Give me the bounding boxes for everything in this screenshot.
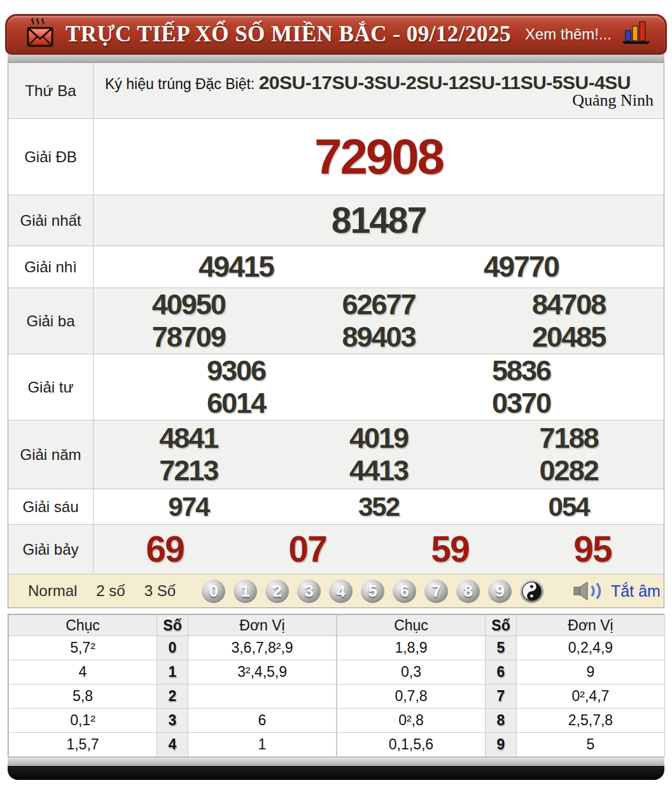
prize-number: 9306 [207, 355, 265, 387]
stats-cell: 1,8,9 [337, 636, 486, 660]
stats-digit: 7 [486, 684, 517, 709]
prize-label: Giải ba [8, 288, 94, 354]
prize-label: Giải bảy [8, 525, 94, 574]
prize-row-nhi: Giải nhì 49415 49770 [8, 246, 664, 288]
stats-cell: 0,2,4,9 [517, 636, 665, 660]
stats-cell: 9 [517, 660, 665, 684]
control-bar: Normal 2 số 3 Số 0123456789 [8, 574, 664, 608]
stats-row: 5,82 [9, 684, 337, 709]
stats-cell: 1 [188, 733, 337, 757]
prize-number: 0282 [540, 455, 598, 487]
prize-number: 7188 [540, 422, 598, 454]
stats-digit: 0 [157, 636, 188, 660]
prize-label: Giải năm [8, 420, 94, 489]
prize-number: 20485 [532, 321, 605, 353]
stats-digit: 6 [486, 660, 517, 684]
stats-header-chuc: Chục [337, 615, 486, 636]
bar-chart-icon[interactable] [622, 20, 651, 48]
stats-header-donvi: Đơn Vị [517, 615, 665, 636]
stats-section: ChụcSốĐơn Vị5,7²03,6,7,8²,9413²,4,5,95,8… [8, 614, 664, 758]
prize-number: 40950 [152, 289, 225, 321]
stats-row: 0,7,870²,4,7 [337, 684, 665, 709]
stats-row: 1,8,950,2,4,9 [337, 636, 665, 660]
ball-3[interactable]: 3 [297, 580, 321, 603]
stats-cell: 3,6,7,8²,9 [188, 636, 337, 660]
weekday-label: Thứ Ba [8, 63, 94, 118]
prize-number: 95 [573, 529, 611, 570]
prize-number: 49770 [484, 251, 559, 284]
prize-number: 72908 [314, 129, 443, 184]
stats-digit: 3 [157, 709, 188, 733]
stats-digit: 1 [157, 660, 188, 684]
info-row: Thứ Ba Ký hiệu trúng Đặc Biệt: 20SU-17SU… [8, 63, 664, 119]
prize-row-sau: Giải sáu 974 352 054 [8, 489, 664, 525]
prize-row-tu: Giải tư 9306 5836 6014 0370 [8, 354, 664, 420]
lottery-results-page: TRỰC TIẾP XỔ SỐ MIỀN BẮC - 09/12/2025 Xe… [0, 0, 672, 785]
ball-9[interactable]: 9 [488, 580, 512, 603]
prize-number: 0370 [492, 387, 550, 419]
stats-digit: 5 [486, 636, 517, 660]
prize-number: 5836 [492, 355, 550, 387]
ball-1[interactable]: 1 [234, 580, 257, 603]
ball-2[interactable]: 2 [265, 580, 289, 603]
prize-number: 49415 [199, 251, 274, 284]
ball-0[interactable]: 0 [202, 580, 225, 603]
prize-number: 4019 [349, 422, 408, 454]
see-more-link[interactable]: Xem thêm!... [525, 25, 612, 43]
prize-row-nhat: Giải nhất 81487 [8, 195, 664, 246]
ball-5[interactable]: 5 [361, 580, 384, 603]
prize-row-db: Giải ĐB 72908 [8, 119, 664, 195]
prize-number: 69 [146, 529, 183, 570]
ball-7[interactable]: 7 [424, 580, 448, 603]
prize-label: Giải nhì [8, 246, 94, 288]
stats-cell: 2,5,7,8 [517, 709, 665, 733]
page-title: TRỰC TIẾP XỔ SỐ MIỀN BẮC - 09/12/2025 [66, 22, 511, 47]
stats-row: 0,1,5,695 [337, 733, 665, 757]
stats-cell: 0,1² [9, 709, 157, 733]
stats-cell: 1,5,7 [9, 733, 157, 757]
stats-row: 0,369 [337, 660, 665, 684]
prize-label: Giải ĐB [8, 119, 94, 195]
results-board: Thứ Ba Ký hiệu trúng Đặc Biệt: 20SU-17SU… [8, 62, 664, 608]
stats-digit: 8 [486, 709, 517, 733]
yin-yang-ball[interactable] [520, 580, 543, 603]
mute-button[interactable]: Tắt âm [611, 582, 661, 601]
envelope-icon [24, 18, 57, 51]
stats-cell: 5 [517, 733, 665, 757]
ball-row: 0123456789 [202, 580, 512, 603]
prize-label: Giải sáu [8, 489, 94, 524]
prize-number: 84708 [532, 289, 605, 321]
stats-row: 413²,4,5,9 [9, 660, 337, 684]
prize-label: Giải tư [8, 354, 94, 420]
stats-digit: 9 [486, 733, 517, 757]
province-label: Quảng Ninh [572, 88, 654, 113]
stats-table-right: ChụcSốĐơn Vị1,8,950,2,4,90,3690,7,870²,4… [337, 615, 665, 757]
prize-row-bay: Giải bảy 69 07 59 95 [8, 525, 664, 574]
mode-2-so[interactable]: 2 số [87, 582, 134, 600]
stats-header-so: Số [157, 615, 188, 636]
stats-cell: 0,7,8 [337, 684, 486, 709]
stats-cell: 3²,4,5,9 [188, 660, 337, 684]
ball-6[interactable]: 6 [393, 580, 416, 603]
stats-cell [188, 684, 337, 709]
mode-normal[interactable]: Normal [18, 582, 87, 600]
stats-cell: 5,8 [9, 684, 157, 709]
prize-number: 7213 [159, 455, 218, 487]
stats-header-so: Số [486, 615, 517, 636]
prize-number: 6014 [207, 387, 265, 419]
ball-4[interactable]: 4 [329, 580, 353, 603]
ball-8[interactable]: 8 [456, 580, 480, 603]
stats-cell: 4 [9, 660, 157, 684]
mode-3-so[interactable]: 3 Số [135, 582, 185, 600]
speaker-icon[interactable] [573, 580, 606, 602]
prize-number: 352 [358, 492, 399, 522]
stats-digit: 4 [157, 733, 188, 757]
prize-number: 974 [168, 492, 209, 522]
footer-bar [8, 766, 664, 780]
stats-cell: 0²,4,7 [517, 684, 665, 709]
stats-row: 5,7²03,6,7,8²,9 [9, 636, 337, 660]
stats-row: 0²,882,5,7,8 [337, 709, 665, 733]
prize-number: 81487 [332, 200, 426, 241]
prize-number: 4841 [159, 422, 218, 454]
prize-number: 89403 [342, 321, 415, 353]
